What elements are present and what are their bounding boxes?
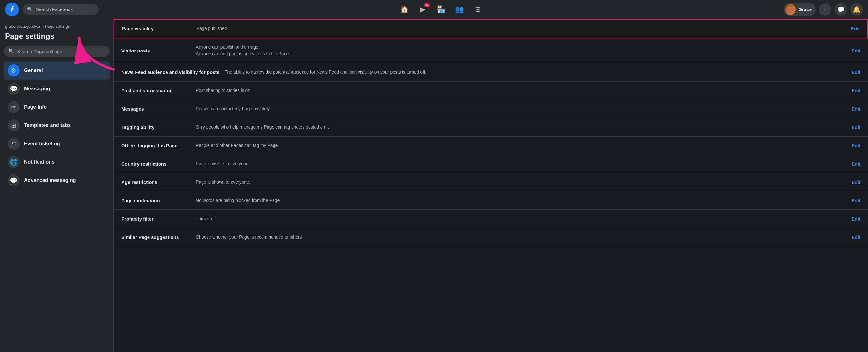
row-value-profanity-filter: Turned off bbox=[196, 215, 841, 222]
row-edit-post-story-sharing[interactable]: Edit bbox=[851, 88, 861, 93]
settings-row-post-story-sharing: Post and story sharing Post sharing to s… bbox=[114, 82, 868, 100]
row-label-visitor-posts: Visitor posts bbox=[121, 48, 191, 53]
settings-row-profanity-filter: Profanity filter Turned off Edit bbox=[114, 210, 868, 228]
row-label-country-restrictions: Country restrictions bbox=[121, 161, 191, 167]
sidebar-search-input[interactable] bbox=[17, 49, 105, 54]
nav-item-label-page-info: Page info bbox=[24, 104, 47, 110]
row-label-age-restrictions: Age restrictions bbox=[121, 179, 191, 185]
row-edit-others-tagging[interactable]: Edit bbox=[851, 143, 861, 148]
nav-center-icons: 🏠 ▶ 4 🏪 👥 ⊞ bbox=[102, 2, 780, 18]
row-label-page-visibility: Page visibility bbox=[122, 26, 191, 31]
add-button[interactable]: + bbox=[819, 3, 831, 16]
settings-content: Page visibility Page published Edit Visi… bbox=[114, 19, 868, 352]
row-value-country-restrictions: Page is visible to everyone. bbox=[196, 160, 841, 167]
row-edit-profanity-filter[interactable]: Edit bbox=[851, 216, 861, 222]
store-icon: 🏪 bbox=[437, 5, 445, 13]
top-navigation: f 🔍 🏠 ▶ 4 🏪 👥 ⊞ 🟤 Grace + 💬 bbox=[0, 0, 868, 19]
sidebar-item-advanced-messaging[interactable]: 💬 Advanced messaging bbox=[4, 171, 110, 189]
nav-item-label-messaging: Messaging bbox=[24, 86, 50, 92]
nav-video-button[interactable]: ▶ 4 bbox=[415, 2, 431, 18]
settings-rows-list: Page visibility Page published Edit Visi… bbox=[114, 19, 868, 246]
settings-row-page-visibility: Page visibility Page published Edit bbox=[114, 19, 868, 38]
row-label-page-moderation: Page moderation bbox=[121, 198, 191, 203]
settings-row-others-tagging: Others tagging this Page People and othe… bbox=[114, 137, 868, 155]
sidebar-item-notifications[interactable]: 🌐 Notifications bbox=[4, 153, 110, 171]
settings-row-age-restrictions: Age restrictions Page is shown to everyo… bbox=[114, 173, 868, 192]
nav-home-button[interactable]: 🏠 bbox=[397, 2, 412, 18]
row-value-page-visibility: Page published bbox=[196, 25, 841, 32]
row-edit-messages[interactable]: Edit bbox=[851, 106, 861, 112]
row-edit-news-feed-audience[interactable]: Edit bbox=[851, 69, 861, 75]
notifications-button[interactable]: 🔔 bbox=[850, 3, 863, 16]
row-value-tagging-ability: Only people who help manage my Page can … bbox=[196, 124, 841, 130]
nav-layout-button[interactable]: ⊞ bbox=[470, 2, 486, 18]
row-value-messages: People can contact my Page privately. bbox=[196, 106, 841, 112]
settings-row-page-moderation: Page moderation No words are being block… bbox=[114, 192, 868, 210]
user-chip[interactable]: 🟤 Grace bbox=[784, 3, 815, 16]
row-label-messages: Messages bbox=[121, 106, 191, 112]
global-search-bar[interactable]: 🔍 bbox=[23, 4, 98, 15]
row-label-news-feed-audience: News Feed audience and visibility for po… bbox=[121, 69, 219, 75]
row-edit-page-moderation[interactable]: Edit bbox=[851, 198, 861, 203]
plus-icon: + bbox=[823, 6, 827, 13]
sidebar-nav-list: ⚙ General 💬 Messaging ✏ Page info ⊞ Temp… bbox=[4, 61, 110, 189]
row-value-page-moderation: No words are being blocked from the Page… bbox=[196, 197, 841, 204]
user-name-label: Grace bbox=[798, 7, 812, 12]
settings-row-country-restrictions: Country restrictions Page is visible to … bbox=[114, 155, 868, 173]
search-input[interactable] bbox=[36, 7, 94, 12]
row-value-news-feed-audience: The ability to narrow the potential audi… bbox=[224, 69, 841, 76]
nav-item-icon-templates-tabs: ⊞ bbox=[7, 119, 20, 131]
breadcrumb: grace.eliza.goodwin › Page settings bbox=[4, 24, 110, 29]
search-icon: 🔍 bbox=[27, 7, 33, 12]
layout-icon: ⊞ bbox=[475, 5, 481, 13]
sidebar-search-icon: 🔍 bbox=[8, 48, 14, 54]
nav-item-icon-advanced-messaging: 💬 bbox=[7, 174, 20, 186]
messenger-button[interactable]: 💬 bbox=[835, 3, 847, 16]
sidebar-search-bar[interactable]: 🔍 bbox=[4, 46, 110, 57]
row-value-age-restrictions: Page is shown to everyone. bbox=[196, 179, 841, 185]
row-edit-age-restrictions[interactable]: Edit bbox=[851, 179, 861, 185]
nav-item-label-notifications: Notifications bbox=[24, 159, 55, 165]
nav-people-button[interactable]: 👥 bbox=[452, 2, 467, 18]
nav-item-icon-page-info: ✏ bbox=[7, 101, 20, 113]
avatar: 🟤 bbox=[785, 4, 796, 15]
settings-row-tagging-ability: Tagging ability Only people who help man… bbox=[114, 118, 868, 137]
row-label-similar-page-suggestions: Similar Page suggestions bbox=[121, 234, 191, 240]
sidebar-item-messaging[interactable]: 💬 Messaging bbox=[4, 80, 110, 98]
row-value-others-tagging: People and other Pages can tag my Page. bbox=[196, 142, 841, 149]
nav-item-label-templates-tabs: Templates and tabs bbox=[24, 123, 71, 128]
row-edit-tagging-ability[interactable]: Edit bbox=[851, 124, 861, 130]
nav-right-controls: 🟤 Grace + 💬 🔔 bbox=[784, 3, 863, 16]
row-edit-similar-page-suggestions[interactable]: Edit bbox=[851, 234, 861, 240]
row-label-post-story-sharing: Post and story sharing bbox=[121, 88, 191, 93]
row-edit-page-visibility[interactable]: Edit bbox=[851, 26, 860, 31]
nav-item-label-general: General bbox=[24, 68, 43, 73]
sidebar-item-general[interactable]: ⚙ General bbox=[4, 61, 110, 80]
sidebar-item-event-ticketing[interactable]: 🏷 Event ticketing bbox=[4, 135, 110, 153]
row-value-visitor-posts: Anyone can publish to the Page.Anyone ca… bbox=[196, 44, 841, 57]
settings-row-similar-page-suggestions: Similar Page suggestions Choose whether … bbox=[114, 228, 868, 246]
row-value-post-story-sharing: Post sharing to stories is on bbox=[196, 87, 841, 94]
row-edit-country-restrictions[interactable]: Edit bbox=[851, 161, 861, 167]
settings-row-news-feed-audience: News Feed audience and visibility for po… bbox=[114, 63, 868, 82]
row-value-similar-page-suggestions: Choose whether your Page is recommended … bbox=[196, 234, 841, 240]
facebook-logo[interactable]: f bbox=[5, 2, 19, 17]
sidebar: grace.eliza.goodwin › Page settings Page… bbox=[0, 19, 114, 352]
sidebar-item-page-info[interactable]: ✏ Page info bbox=[4, 98, 110, 116]
main-layout: grace.eliza.goodwin › Page settings Page… bbox=[0, 19, 868, 352]
row-edit-visitor-posts[interactable]: Edit bbox=[851, 48, 861, 53]
nav-store-button[interactable]: 🏪 bbox=[433, 2, 449, 18]
people-icon: 👥 bbox=[455, 5, 464, 13]
nav-item-label-advanced-messaging: Advanced messaging bbox=[24, 178, 76, 183]
row-label-tagging-ability: Tagging ability bbox=[121, 124, 191, 130]
nav-item-icon-notifications: 🌐 bbox=[7, 156, 20, 168]
bell-icon: 🔔 bbox=[853, 6, 861, 13]
row-label-others-tagging: Others tagging this Page bbox=[121, 143, 191, 148]
nav-item-icon-general: ⚙ bbox=[7, 64, 20, 77]
page-title: Page settings bbox=[4, 32, 110, 41]
sidebar-item-templates-tabs[interactable]: ⊞ Templates and tabs bbox=[4, 116, 110, 135]
settings-row-visitor-posts: Visitor posts Anyone can publish to the … bbox=[114, 38, 868, 63]
messenger-icon: 💬 bbox=[837, 6, 845, 13]
nav-item-icon-event-ticketing: 🏷 bbox=[7, 138, 20, 150]
nav-item-label-event-ticketing: Event ticketing bbox=[24, 141, 60, 147]
